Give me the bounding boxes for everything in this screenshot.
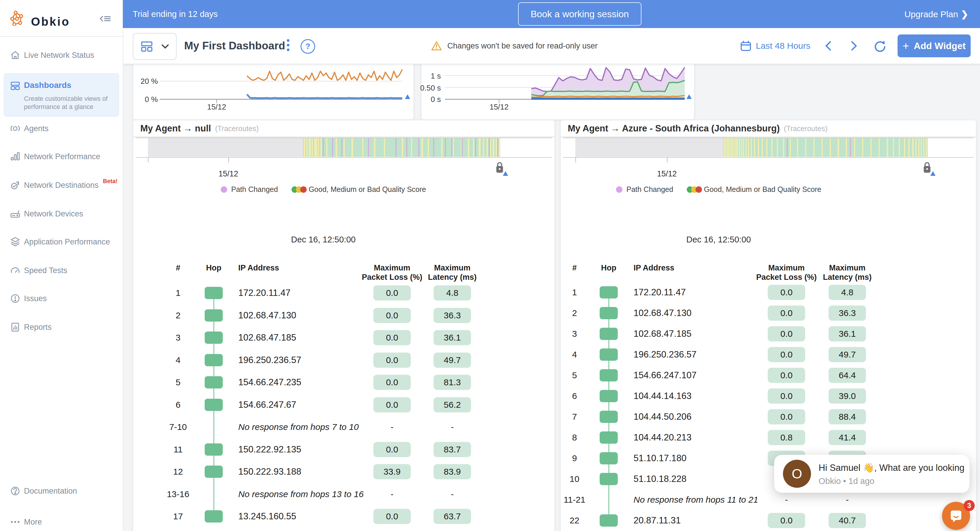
- chat-message-popup[interactable]: O Hi Samuel 👋, What are you looking to… …: [774, 455, 969, 493]
- packet-loss-badge: 0.8: [768, 430, 805, 445]
- sidebar-item-dashboards[interactable]: Dashboards Create customizable views of …: [3, 73, 119, 117]
- page-title: My First Dashboard: [184, 28, 285, 64]
- dashboard-grid-icon: [10, 80, 21, 92]
- hop-ip-address: 154.66.247.67: [238, 399, 296, 410]
- packet-loss-badge: 0.0: [373, 509, 411, 524]
- warning-triangle-icon: [431, 41, 442, 51]
- upgrade-plan-label: Upgrade Plan: [904, 9, 958, 19]
- book-session-button[interactable]: Book a working session: [518, 2, 641, 26]
- hop-ip-address: 150.222.92.135: [238, 444, 301, 455]
- sidebar-item-network-destinations[interactable]: Network Destinations Beta!: [0, 174, 123, 197]
- refresh-button[interactable]: [872, 38, 888, 54]
- x-tick: 15/12: [199, 103, 234, 112]
- chat-message-meta: Obkio • 1d ago: [819, 476, 875, 486]
- hop-number: 2: [176, 311, 181, 320]
- hop-ip-address: 102.68.47.130: [238, 310, 296, 321]
- y-tick-05s: 0.50 s: [417, 84, 441, 93]
- hop-ip-address: 172.20.11.47: [633, 287, 686, 298]
- time-range-picker[interactable]: Last 48 Hours: [740, 40, 810, 52]
- sidebar-item-live-network-status[interactable]: Live Network Status: [0, 44, 123, 67]
- hop-ip-address: 51.10.18.228: [633, 474, 686, 484]
- collapse-sidebar-icon[interactable]: [99, 13, 112, 24]
- y-tick-0: 0 %: [135, 95, 158, 104]
- sidebar-item-application-performance[interactable]: Application Performance: [0, 230, 123, 253]
- no-response-text: No response from hops 11 to 21: [633, 495, 758, 505]
- brand-name: Obkio: [31, 15, 70, 29]
- hop-node: [600, 514, 618, 526]
- hop-number: 10: [570, 474, 579, 484]
- latency-badge: 41.4: [829, 430, 866, 445]
- agents-icon: [10, 123, 21, 134]
- add-widget-label: Add Widget: [914, 41, 966, 51]
- layers-icon: [10, 236, 21, 248]
- empty-value: -: [451, 489, 454, 499]
- latency-badge: 81.3: [434, 375, 471, 390]
- packet-loss-badge: 0.0: [373, 442, 411, 457]
- hop-ip-address: 196.250.236.57: [633, 349, 697, 360]
- chat-message-text: Hi Samuel 👋, What are you looking to…: [819, 462, 965, 473]
- destination-check-icon: [10, 179, 21, 191]
- hop-number: 3: [572, 329, 577, 339]
- packet-loss-badge: 0.0: [768, 306, 805, 321]
- time-range-label: Last 48 Hours: [756, 41, 810, 51]
- readonly-warning-text: Changes won't be saved for read-only use…: [447, 41, 598, 51]
- chevron-left-icon: [824, 40, 832, 52]
- hop-number: 7: [572, 412, 577, 422]
- packet-loss-badge: 0.0: [768, 368, 805, 383]
- empty-value: -: [391, 422, 393, 432]
- hop-node: [600, 369, 618, 382]
- hop-ip-address: 104.44.50.206: [633, 412, 691, 422]
- latency-badge: 49.7: [829, 347, 866, 362]
- hop-number: 9: [572, 453, 577, 463]
- packet-loss-badge: 0.0: [373, 397, 411, 412]
- packet-loss-badge: 0.0: [768, 326, 805, 341]
- sidebar-item-reports[interactable]: Reports: [0, 316, 123, 339]
- hop-ip-address: 172.20.11.47: [238, 288, 291, 298]
- traceroute-table: 1172.20.11.470.04.82102.68.47.1300.036.3…: [133, 120, 554, 531]
- kebab-menu-icon[interactable]: [282, 37, 294, 55]
- hop-number: 6: [572, 391, 577, 401]
- packet-loss-badge: 0.0: [373, 352, 411, 368]
- packet-loss-badge: 0.0: [768, 285, 805, 300]
- sidebar-item-label: Reports: [24, 323, 52, 332]
- refresh-icon: [873, 39, 886, 52]
- y-tick-0s: 0 s: [417, 95, 441, 104]
- sidebar-item-more[interactable]: More: [0, 510, 123, 531]
- hop-node: [600, 307, 618, 319]
- sidebar-item-speed-tests[interactable]: Speed Tests: [0, 259, 123, 282]
- sidebar-item-issues[interactable]: Issues: [0, 287, 123, 310]
- latency-badge: 88.4: [829, 409, 866, 425]
- empty-value: -: [785, 495, 788, 505]
- chevron-right-icon: [850, 40, 858, 52]
- dashboard-header: My First Dashboard ? Changes won't be sa…: [123, 28, 980, 64]
- packet-loss-badge: 0.0: [373, 308, 411, 323]
- unread-count-badge: 3: [964, 500, 975, 511]
- hop-node: [205, 309, 223, 322]
- chevron-down-icon: [161, 43, 170, 50]
- sidebar-item-label: Live Network Status: [24, 51, 94, 60]
- sidebar-item-label: Network Destinations: [24, 181, 99, 190]
- next-period-button[interactable]: [846, 38, 862, 54]
- router-icon: [10, 208, 21, 220]
- sidebar-item-network-devices[interactable]: Network Devices: [0, 203, 123, 225]
- upgrade-plan-button[interactable]: Upgrade Plan ❯: [904, 9, 968, 19]
- hop-number: 5: [176, 377, 181, 387]
- bar-chart-icon: [10, 151, 21, 162]
- beta-badge: Beta!: [103, 178, 118, 185]
- hop-number: 5: [572, 370, 577, 380]
- hop-path-line: [608, 292, 609, 520]
- sidebar-item-label: Agents: [24, 124, 49, 133]
- latency-badge: 4.8: [829, 285, 866, 300]
- latency-badge: 4.8: [434, 285, 471, 301]
- previous-period-button[interactable]: [820, 38, 836, 54]
- packet-loss-badge: 0.0: [768, 388, 805, 404]
- add-widget-button[interactable]: + Add Widget: [897, 35, 970, 57]
- help-icon[interactable]: ?: [301, 39, 315, 54]
- hop-number: 7-10: [169, 422, 187, 432]
- sidebar-item-network-performance[interactable]: Network Performance: [0, 145, 123, 168]
- sidebar-item-agents[interactable]: Agents: [0, 117, 123, 140]
- empty-value: -: [451, 422, 454, 432]
- dashboard-selector-button[interactable]: [133, 33, 177, 60]
- sidebar-item-documentation[interactable]: Documentation: [0, 480, 123, 502]
- x-tick: 15/12: [482, 103, 517, 112]
